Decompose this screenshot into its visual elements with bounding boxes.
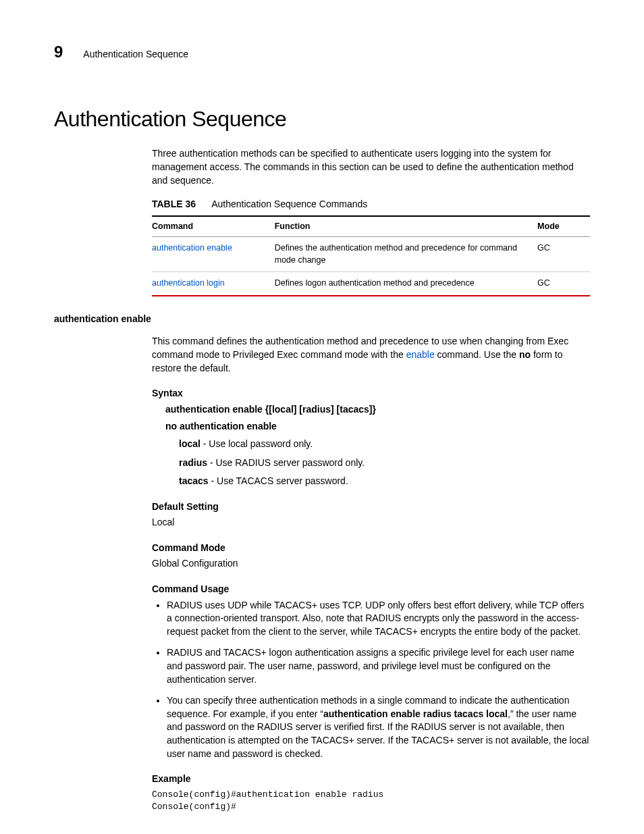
table-header-command: Command — [152, 216, 275, 237]
default-setting-heading: Default Setting — [152, 500, 590, 514]
option-radius: radius - Use RADIUS server password only… — [179, 457, 590, 470]
example-code: Console(config)#authentication enable ra… — [152, 789, 590, 813]
table-caption: TABLE 36 Authentication Sequence Command… — [152, 198, 590, 211]
table-cell: GC — [537, 237, 590, 272]
command-link[interactable]: authentication enable — [152, 243, 232, 253]
option-local: local - Use local password only. — [179, 438, 590, 451]
table-row: authentication enable Defines the authen… — [152, 237, 590, 272]
table-number: TABLE 36 — [152, 199, 196, 209]
syntax-heading: Syntax — [152, 387, 590, 400]
example-heading: Example — [152, 773, 590, 786]
enable-link[interactable]: enable — [406, 349, 435, 360]
table-cell: GC — [537, 272, 590, 296]
default-setting-value: Local — [152, 516, 590, 529]
command-mode-value: Global Configuration — [152, 557, 590, 571]
command-description: This command defines the authentication … — [152, 335, 590, 375]
running-title: Authentication Sequence — [83, 48, 188, 61]
command-usage-heading: Command Usage — [152, 583, 590, 596]
usage-list: RADIUS uses UDP while TACACS+ uses TCP. … — [152, 599, 590, 761]
command-mode-heading: Command Mode — [152, 542, 590, 555]
table-header-function: Function — [275, 216, 537, 237]
intro-paragraph: Three authentication methods can be spec… — [152, 147, 590, 187]
syntax-no-line: no authentication enable — [165, 420, 590, 434]
table-cell: Defines the authentication method and pr… — [275, 237, 537, 272]
usage-item: You can specify three authentication met… — [167, 694, 590, 760]
usage-item: RADIUS and TACACS+ logon authentication … — [167, 646, 590, 686]
option-tacacs: tacacs - Use TACACS server password. — [179, 475, 590, 488]
command-link[interactable]: authentication login — [152, 278, 225, 288]
table-row: authentication login Defines logon authe… — [152, 272, 590, 296]
chapter-number: 9 — [54, 41, 63, 63]
table-cell: Defines logon authentication method and … — [275, 272, 537, 296]
commands-table: Command Function Mode authentication ena… — [152, 215, 590, 296]
table-header-mode: Mode — [537, 216, 590, 237]
table-title: Authentication Sequence Commands — [211, 199, 367, 209]
command-name-heading: authentication enable — [54, 313, 590, 326]
page-title: Authentication Sequence — [54, 104, 590, 134]
syntax-line: authentication enable {[local] [radius] … — [165, 403, 590, 417]
usage-item: RADIUS uses UDP while TACACS+ uses TCP. … — [167, 599, 590, 639]
page-header: 9 Authentication Sequence — [54, 41, 590, 63]
